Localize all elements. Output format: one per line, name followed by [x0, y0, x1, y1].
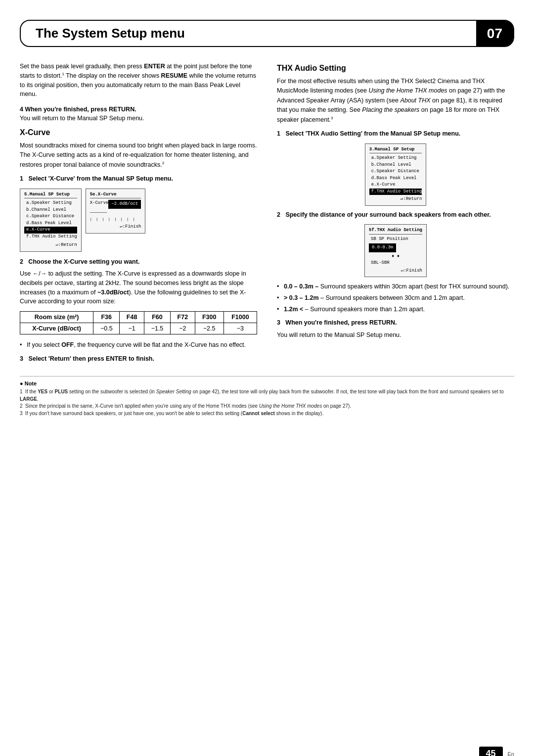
thx-screen-sp: 3.Manual SP Setup a.Speaker Setting b.Ch…	[277, 143, 514, 206]
table-header-f300: F300	[195, 312, 223, 323]
thx-bullet-list: 0.0 – 0.3m – Surround speakers within 30…	[277, 282, 514, 314]
thx-step2: 2 Specify the distance of your surround …	[277, 211, 514, 220]
table-row: X-Curve (dB/oct) −0.5 −1 −1.5 −2 −2.5 −3	[20, 323, 257, 334]
table-cell-v5: −2.5	[195, 323, 223, 334]
step4-body: You will return to the Manual SP Setup m…	[20, 114, 257, 123]
header-title-box: The System Setup menu	[21, 21, 476, 46]
step4-title: 4 When you're finished, press RETURN.	[20, 106, 257, 113]
page-footer: 45 En	[479, 747, 515, 756]
thx-step1: 1 Select 'THX Audio Setting' from the Ma…	[277, 130, 514, 139]
xcurve-step2-body: Use ←/→ to adjust the setting. The X-Cur…	[20, 269, 257, 306]
language-label: En	[508, 751, 514, 756]
main-content: Set the bass peak level gradually, then …	[0, 47, 534, 366]
page-header: The System Setup menu 07	[20, 20, 514, 47]
left-column: Set the bass peak level gradually, then …	[20, 62, 257, 366]
page-container: The System Setup menu 07 Set the bass pe…	[0, 20, 534, 756]
table-header-f1000: F1000	[223, 312, 257, 323]
x-curve-body: Most soundtracks mixed for cinema sound …	[20, 141, 257, 170]
intro-paragraph: Set the bass peak level gradually, then …	[20, 62, 257, 99]
thx-audio-screen: 5f.THX Audio Setting SB SP Position 0.0-…	[277, 224, 514, 277]
xcurve-screen-right: 5e.X-Curve X-Curve −2.0dB/oct −−−−−−−−− …	[86, 189, 146, 234]
footnote-2: 2 Since the principal is the same, X-Cur…	[20, 403, 514, 410]
step4-block: 4 When you're finished, press RETURN. Yo…	[20, 106, 257, 123]
bullet-off: If you select OFF, the frequency curve w…	[20, 340, 257, 350]
footnote-1: 1 If the YES or PLUS setting on the subw…	[20, 388, 514, 403]
table-header-f48: F48	[120, 312, 144, 323]
table-cell-v3: −1.5	[144, 323, 170, 334]
xcurve-step1: 1 Select 'X-Curve' from the Manual SP Se…	[20, 175, 257, 184]
table-header-roomsize: Room size (m²)	[20, 312, 93, 323]
note-icon: ● Note	[20, 380, 514, 386]
thx-heading: THX Audio Setting	[277, 64, 514, 73]
xcurve-screens: 5.Manual SP Setup a.Speaker Setting b.Ch…	[20, 189, 257, 252]
page-number: 45	[479, 747, 503, 756]
thx-step3-body: You will return to the Manual SP Setup m…	[277, 331, 514, 340]
xcurve-bullet-list: If you select OFF, the frequency curve w…	[20, 340, 257, 350]
table-cell-v4: −2	[171, 323, 195, 334]
xcurve-step3: 3 Select 'Return' then press ENTER to fi…	[20, 355, 257, 364]
thx-body: For the most effective results when usin…	[277, 77, 514, 125]
table-cell-rowlabel: X-Curve (dB/oct)	[20, 323, 93, 334]
bullet-gt12m: 1.2m < – Surround speakers more than 1.2…	[277, 305, 514, 314]
table-cell-v1: −0.5	[93, 323, 120, 334]
table-header-f72: F72	[171, 312, 195, 323]
table-cell-v6: −3	[223, 323, 257, 334]
bullet-03m: 0.0 – 0.3m – Surround speakers within 30…	[277, 282, 514, 291]
table-header-f36: F36	[93, 312, 120, 323]
bullet-12m: > 0.3 – 1.2m – Surround speakers between…	[277, 293, 514, 303]
xcurve-step2-title: 2 Choose the X-Curve setting you want.	[20, 258, 257, 267]
xcurve-screen-left: 5.Manual SP Setup a.Speaker Setting b.Ch…	[20, 189, 82, 252]
footnote-3: 3 If you don't have surround back speake…	[20, 410, 514, 418]
chapter-number: 07	[476, 21, 513, 46]
footer-notes-area: ● Note 1 If the YES or PLUS setting on t…	[20, 376, 514, 417]
table-cell-v2: −1	[120, 323, 144, 334]
xcurve-table: Room size (m²) F36 F48 F60 F72 F300 F100…	[20, 311, 257, 334]
table-header-f60: F60	[144, 312, 170, 323]
x-curve-heading: X-Curve	[20, 128, 257, 137]
page-title: The System Setup menu	[36, 26, 185, 41]
right-column: THX Audio Setting For the most effective…	[277, 62, 514, 366]
thx-step3-title: 3 When you're finished, press RETURN.	[277, 319, 514, 328]
